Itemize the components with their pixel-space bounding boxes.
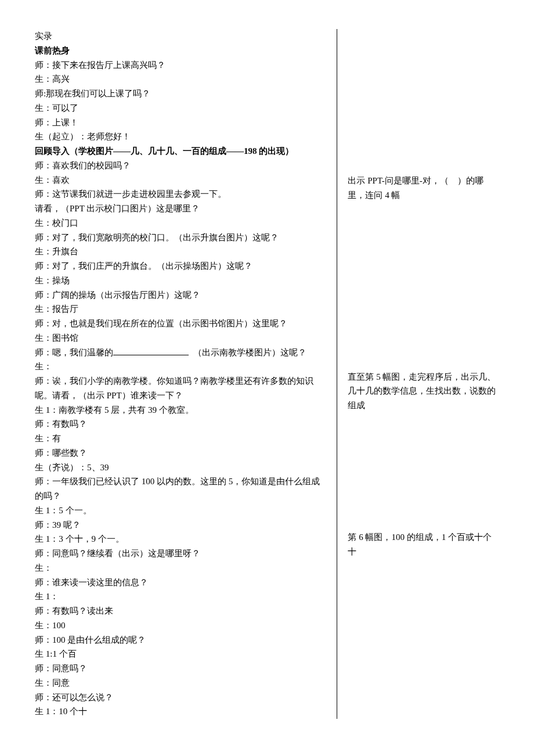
transcript-line: 师：一年级我们已经认识了 100 以内的数。这里的 5，你知道是由什么组成的吗？ [35,474,326,503]
transcript-line: 师：广阔的操场（出示报告厅图片）这呢？ [35,288,326,303]
transcript-line: 师：同意吗？继续看（出示）这是哪里呀？ [35,546,326,561]
transcript-line: 生：报告厅 [35,302,326,316]
transcript-line: 师：有数吗？ [35,417,326,431]
note-spacer [348,29,499,174]
transcript-line: 师：还可以怎么说？ [35,690,326,705]
transcript-line-with-blank: 师：嗯，我们温馨的 （出示南教学楼图片）这呢？ [35,345,326,360]
transcript-line: 生：高兴 [35,72,326,87]
transcript-line: 师：接下来在报告厅上课高兴吗？ [35,58,326,73]
transcript-line: 生（齐说）：5、39 [35,460,326,475]
transcript-line: 师：对了，我们庄严的升旗台。（出示操场图片）这呢？ [35,259,326,273]
transcript-line: 师：100 是由什么组成的呢？ [35,633,326,647]
note-spacer [348,206,499,370]
transcript-line: 师：同意吗？ [35,661,326,676]
transcript-line: 生：可以了 [35,101,326,116]
transcript-line: 生： [35,561,326,575]
margin-note: 出示 PPT-问是哪里-对，（ ）的哪里，连问 4 幅 [348,174,499,203]
transcript-line: 生：操场 [35,273,326,288]
transcript-line: 生：图书馆 [35,331,326,345]
note-spacer [348,416,499,530]
transcript-line: 师：这节课我们就进一步走进校园里去参观一下。 [35,187,326,201]
transcript-line: 生：升旗台 [35,244,326,259]
section-title-review: 回顾导入（学校图片——几、几十几、一百的组成——198 的出现） [35,144,326,159]
section-title-warmup: 课前热身 [35,44,326,58]
transcript-line: 请看，（PPT 出示校门口图片）这是哪里？ [35,201,326,216]
margin-note: 第 6 幅图，100 的组成，1 个百或十个十 [348,530,499,559]
transcript-line: 生：校门口 [35,216,326,231]
transcript-line: 生 1：南教学楼有 5 层，共有 39 个教室。 [35,403,326,417]
transcript-line: 生：同意 [35,676,326,690]
transcript-line: 生（起立）：老师您好！ [35,129,326,144]
transcript-line: 师：39 呢？ [35,518,326,532]
transcript-line: 生：有 [35,431,326,446]
transcript-line: 师：谁来读一读这里的信息？ [35,575,326,590]
transcript-line: 生 1:1 个百 [35,647,326,661]
blank-before-text: 师：嗯，我们温馨的 [35,348,113,357]
header-line: 实录 [35,29,326,44]
transcript-line: 师：喜欢我们的校园吗？ [35,159,326,173]
transcript-line: 师：诶，我们小学的南教学楼。你知道吗？南教学楼里还有许多数的知识呢。请看，（出示… [35,374,326,403]
transcript-line: 师：上课！ [35,116,326,130]
fill-blank [113,346,189,355]
transcript-line: 师：哪些数？ [35,446,326,460]
transcript-line: 师：有数吗？读出来 [35,604,326,618]
transcript-line: 生 1：10 个十 [35,704,326,719]
two-column-layout: 实录 课前热身 师：接下来在报告厅上课高兴吗？ 生：高兴 师:那现在我们可以上课… [35,29,499,719]
notes-column: 出示 PPT-问是哪里-对，（ ）的哪里，连问 4 幅 直至第 5 幅图，走完程… [337,29,499,719]
margin-note: 直至第 5 幅图，走完程序后，出示几、几十几的数学信息，生找出数，说数的组成 [348,370,499,413]
transcript-line: 生：喜欢 [35,173,326,188]
transcript-line: 师:那现在我们可以上课了吗？ [35,87,326,101]
transcript-line: 生 1：3 个十，9 个一。 [35,532,326,546]
transcript-column: 实录 课前热身 师：接下来在报告厅上课高兴吗？ 生：高兴 师:那现在我们可以上课… [35,29,337,719]
transcript-line: 生：100 [35,618,326,633]
transcript-line: 生： [35,359,326,374]
transcript-line: 师：对了，我们宽敞明亮的校门口。（出示升旗台图片）这呢？ [35,231,326,245]
transcript-line: 生 1：5 个一。 [35,503,326,518]
blank-after-text: （出示南教学楼图片）这呢？ [193,348,306,357]
transcript-line: 师：对，也就是我们现在所在的位置（出示图书馆图片）这里呢？ [35,316,326,331]
transcript-line: 生 1： [35,589,326,604]
